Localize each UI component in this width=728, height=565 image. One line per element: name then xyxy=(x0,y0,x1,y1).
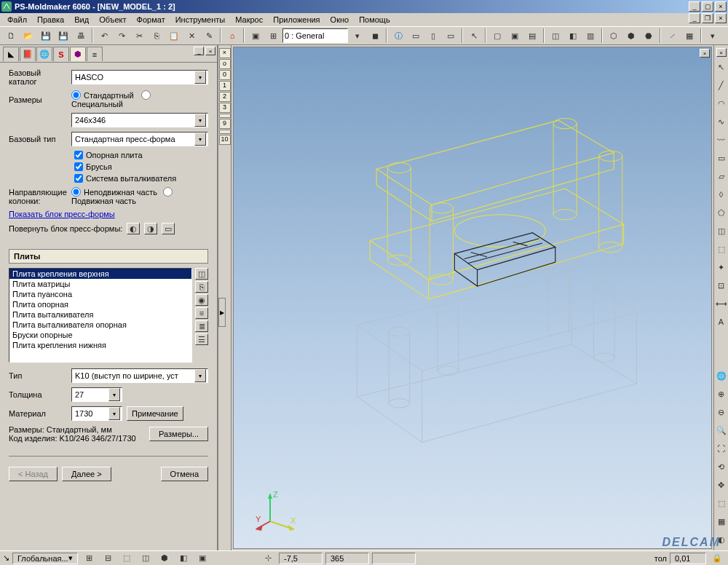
list-camera-icon[interactable]: ◉ xyxy=(195,294,208,306)
solid2-icon[interactable]: ◧ xyxy=(565,28,581,44)
list-item[interactable]: Плита выталкивателя опорная xyxy=(9,320,191,330)
material-combo[interactable]: 1730 xyxy=(71,406,122,421)
ruler-close-icon[interactable]: × xyxy=(219,48,231,58)
viewport-3d[interactable]: × xyxy=(233,47,712,549)
rt-globe1-icon[interactable]: 🌐 xyxy=(713,368,729,384)
dropdown-icon[interactable]: ▾ xyxy=(705,28,721,44)
home-icon[interactable]: ⌂ xyxy=(224,28,240,44)
rt-plane-icon[interactable]: ▱ xyxy=(713,168,729,184)
list-item[interactable]: Плита пуансона xyxy=(9,289,191,299)
rt-fit-icon[interactable]: ⛶ xyxy=(713,440,729,457)
ruler-tick[interactable]: 10 xyxy=(219,135,231,145)
rt-zoom-icon[interactable]: 🔍 xyxy=(713,422,729,438)
rt-rect-icon[interactable]: ▭ xyxy=(713,150,729,166)
save-icon[interactable]: 💾 xyxy=(38,28,54,44)
print-icon[interactable]: 🖶 xyxy=(73,28,89,44)
status-xy-icon[interactable]: ⊹ xyxy=(260,550,276,566)
tab-globe-icon[interactable]: 🌐 xyxy=(36,47,52,61)
rt-globe2-icon[interactable]: ⊕ xyxy=(713,386,729,402)
list-lines1-icon[interactable]: ≡ xyxy=(195,307,208,319)
viewport-close-icon[interactable]: × xyxy=(700,49,710,58)
delete-icon[interactable]: ✕ xyxy=(183,28,199,44)
type-combo[interactable]: K10 (выступ по ширине, уст xyxy=(71,368,208,383)
layer-combo[interactable]: 0 : General xyxy=(282,28,348,43)
rt-plane3-icon[interactable]: ⬠ xyxy=(713,205,729,221)
bars-check[interactable]: Брусья xyxy=(74,162,208,171)
status-tool2-icon[interactable]: ⊟ xyxy=(100,550,116,566)
rt-plane2-icon[interactable]: ◊ xyxy=(713,186,729,202)
grid-icon[interactable]: ▦ xyxy=(681,28,697,44)
standard-radio[interactable]: Стандартный xyxy=(71,90,134,100)
ejector-check[interactable]: Система выталкивателя xyxy=(74,174,208,183)
ruler-tick[interactable]: 1 xyxy=(219,81,231,91)
list-copy-icon[interactable]: ⎘ xyxy=(195,281,208,293)
list-lines3-icon[interactable]: ☰ xyxy=(195,333,208,345)
redo-icon[interactable]: ↷ xyxy=(114,28,130,44)
view1-icon[interactable]: ▢ xyxy=(489,28,505,44)
cut-icon[interactable]: ✂ xyxy=(131,28,147,44)
panel-close-icon[interactable]: × xyxy=(205,47,215,55)
panel-pin-icon[interactable]: ⎯ xyxy=(194,47,204,55)
sizes-button[interactable]: Размеры... xyxy=(149,427,208,441)
maximize-button[interactable]: ▢ xyxy=(702,1,713,12)
solid1-icon[interactable]: ◫ xyxy=(547,28,563,44)
ruler-tick[interactable]: 0 xyxy=(219,70,231,80)
layer-plus-icon[interactable]: ⊞ xyxy=(265,28,281,44)
mdi-restore-button[interactable]: ❐ xyxy=(702,13,713,23)
rt-curve-icon[interactable]: ∿ xyxy=(713,114,729,130)
menu-object[interactable]: Объект xyxy=(95,14,130,25)
rt-view-icon[interactable]: ⬚ xyxy=(713,495,729,511)
tab-wizard-icon[interactable]: ◣ xyxy=(3,47,19,61)
color-icon[interactable]: ◼ xyxy=(367,28,383,44)
rt-pan-icon[interactable]: ✥ xyxy=(713,477,729,493)
rt-arc-icon[interactable]: ◠ xyxy=(713,95,729,111)
rt-text-icon[interactable]: A xyxy=(713,314,729,330)
new-icon[interactable]: 🗋 xyxy=(3,28,19,44)
swatch-icon[interactable]: ▾ xyxy=(349,28,365,44)
window-icon[interactable]: ▭ xyxy=(408,28,424,44)
right-close-icon[interactable]: × xyxy=(716,48,727,57)
paste-icon[interactable]: 📋 xyxy=(166,28,182,44)
base-type-combo[interactable]: Стандартная пресс-форма xyxy=(71,132,208,146)
view2-icon[interactable]: ▣ xyxy=(507,28,523,44)
ruler-tick[interactable]: о xyxy=(219,59,231,69)
size-combo[interactable]: 246x346 xyxy=(71,113,208,127)
status-tool3-icon[interactable]: ⬚ xyxy=(119,550,135,566)
measure-icon[interactable]: ✎ xyxy=(201,28,217,44)
menu-edit[interactable]: Правка xyxy=(33,14,68,25)
rt-solid2-icon[interactable]: ⬚ xyxy=(713,241,729,257)
rt-persp-icon[interactable]: ▦ xyxy=(713,513,729,529)
rt-cursor-icon[interactable]: ↖ xyxy=(713,59,729,75)
rt-feat-icon[interactable]: ⊡ xyxy=(713,277,729,293)
tab-list-icon[interactable]: ≡ xyxy=(87,47,103,61)
rt-wizard-icon[interactable]: ✦ xyxy=(713,259,729,275)
rt-rotate-icon[interactable]: ⟲ xyxy=(713,459,729,475)
rt-solid-icon[interactable]: ◫ xyxy=(713,223,729,239)
support-plate-check[interactable]: Опорная плита xyxy=(74,151,208,159)
list-item[interactable]: Бруски опорные xyxy=(9,330,191,340)
open-icon[interactable]: 📂 xyxy=(20,28,36,44)
rotate-flip-icon[interactable]: ▭ xyxy=(162,223,175,234)
copy-icon[interactable]: ⎘ xyxy=(149,28,165,44)
menu-apps[interactable]: Приложения xyxy=(269,14,324,25)
layer-icon[interactable]: ▣ xyxy=(248,28,264,44)
plates-listbox[interactable]: Плита крепления верхняя Плита матрицы Пл… xyxy=(9,268,192,363)
window2-icon[interactable]: ▯ xyxy=(425,28,441,44)
menu-macros[interactable]: Макрос xyxy=(231,14,267,25)
menu-tools[interactable]: Инструменты xyxy=(171,14,230,25)
ruler-tick[interactable]: 2 xyxy=(219,92,231,102)
window3-icon[interactable]: ▭ xyxy=(443,28,459,44)
rt-curve2-icon[interactable]: 〰 xyxy=(713,132,729,148)
undo-icon[interactable]: ↶ xyxy=(96,28,112,44)
tab-s-icon[interactable]: S xyxy=(53,47,69,61)
list-lines2-icon[interactable]: ≣ xyxy=(195,320,208,332)
next-button[interactable]: Далее > xyxy=(62,467,111,481)
tab-mold-icon[interactable]: ⬢ xyxy=(70,47,86,61)
saveall-icon[interactable]: 💾 xyxy=(55,28,71,44)
status-tool7-icon[interactable]: ▣ xyxy=(194,550,210,566)
status-tool1-icon[interactable]: ⊞ xyxy=(81,550,97,566)
ruler-tick[interactable]: 3 xyxy=(219,103,231,113)
list-item[interactable]: Плита опорная xyxy=(9,299,191,309)
status-tool4-icon[interactable]: ◫ xyxy=(138,550,154,566)
list-item[interactable]: Плита крепления верхняя xyxy=(9,269,191,279)
